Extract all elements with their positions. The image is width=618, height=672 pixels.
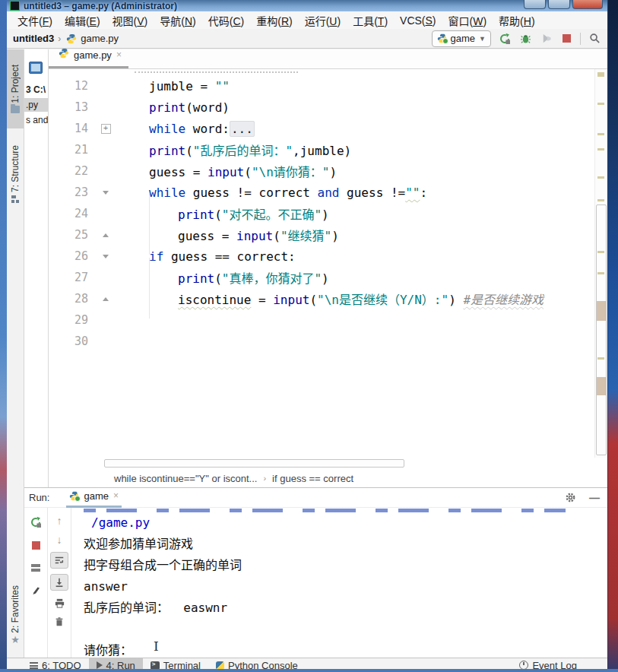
maximize-button[interactable] <box>548 0 570 9</box>
breadcrumb-file[interactable]: game.py <box>81 33 119 44</box>
stop-button[interactable] <box>559 32 573 46</box>
code-editor[interactable]: 12jumble = ""13print(word)14+while word:… <box>49 69 607 458</box>
print-icon[interactable] <box>52 596 66 610</box>
project-tree-item[interactable]: s and <box>24 113 48 127</box>
project-tree-item-selected[interactable]: .py <box>24 98 48 112</box>
line-number: 21 <box>49 143 97 157</box>
menu-item[interactable]: 导航(N) <box>154 13 201 28</box>
tool-window-button-favorites[interactable]: 2: Favorites ★ <box>7 577 24 653</box>
code-line[interactable]: 21print("乱序后的单词：",jumble) <box>49 139 607 160</box>
tool-window-button-project[interactable]: 1: Project <box>7 49 24 128</box>
code-lines: 12jumble = ""13print(word)14+while word:… <box>49 69 607 352</box>
chevron-down-icon: ▼ <box>479 35 486 43</box>
code-line[interactable]: 23while guess != correct and guess !="": <box>49 182 607 203</box>
code-line[interactable]: 30 <box>49 331 607 352</box>
run-config-name: game <box>451 33 476 44</box>
line-number: 24 <box>49 207 97 220</box>
star-icon: ★ <box>11 636 20 645</box>
run-tab-game[interactable]: game × <box>66 487 122 508</box>
horizontal-scrollbar[interactable] <box>49 458 607 469</box>
menu-item[interactable]: 运行(U) <box>299 13 347 28</box>
menu-item[interactable]: 视图(V) <box>106 13 154 28</box>
line-number: 22 <box>49 164 97 178</box>
down-stacktrace-icon[interactable]: ↓ <box>52 533 66 547</box>
search-everywhere-button[interactable] <box>588 32 601 46</box>
close-icon[interactable]: × <box>113 490 119 501</box>
line-number: 13 <box>49 100 97 114</box>
stripe-mark <box>597 301 606 321</box>
menu-item[interactable]: 编辑(E) <box>59 13 106 28</box>
project-panel-sliver[interactable]: 3 C:\ .py s and <box>24 49 49 487</box>
code-line[interactable]: 25guess = input("继续猜") <box>49 224 607 246</box>
pin-icon[interactable] <box>29 584 43 598</box>
screen: untitled3 – game.py (Administrator) 文件(F… <box>0 0 618 672</box>
rerun-button[interactable] <box>498 32 512 46</box>
menu-item[interactable]: 帮助(H) <box>493 13 540 28</box>
editor-tab-gamepy[interactable]: game.py × <box>49 46 128 68</box>
menu-item[interactable]: 工具(T) <box>347 13 394 28</box>
run-with-coverage-button[interactable] <box>539 32 553 46</box>
fold-end-icon[interactable] <box>103 233 109 237</box>
horizontal-scrollbar-thumb[interactable] <box>104 459 404 468</box>
run-icon <box>97 661 103 669</box>
fold-end-icon[interactable] <box>103 297 109 301</box>
fold-collapse-icon[interactable] <box>103 191 109 195</box>
title-bar[interactable]: untitled3 – game.py (Administrator) <box>7 0 607 11</box>
code-line[interactable]: 29 <box>49 309 607 331</box>
text-cursor-icon: I <box>154 636 159 657</box>
stop-icon[interactable] <box>29 538 43 552</box>
fold-expand-icon[interactable]: + <box>101 124 111 134</box>
console-line <box>84 619 607 640</box>
stripe-mark <box>597 272 604 274</box>
scroll-to-end-icon[interactable] <box>50 574 68 591</box>
stripe-mark <box>597 72 604 77</box>
restore-layout-icon[interactable] <box>29 561 43 575</box>
tool-window-button-structure[interactable]: 7: Structure <box>7 135 24 214</box>
breadcrumb-if[interactable]: if guess == correct <box>272 473 353 484</box>
stripe-mark <box>597 377 606 395</box>
rerun-icon[interactable] <box>29 515 43 529</box>
code-line[interactable]: 26if guess == correct: <box>49 246 607 267</box>
fold-gutter <box>97 191 114 195</box>
code-line[interactable]: 13print(word) <box>49 97 607 118</box>
code-line[interactable]: 28iscontinue = input("\n是否继续（Y/N）:") #是否… <box>49 288 607 309</box>
error-stripe[interactable] <box>594 69 607 458</box>
gear-icon[interactable] <box>563 491 577 505</box>
menu-item[interactable]: 文件(F) <box>11 13 59 28</box>
close-button[interactable] <box>572 0 603 9</box>
code-line[interactable]: 22guess = input("\n请你猜：") <box>49 160 607 182</box>
menu-item[interactable]: VCS(S) <box>394 14 442 27</box>
debug-button[interactable] <box>518 32 532 46</box>
stripe-mark <box>597 199 604 201</box>
up-stacktrace-icon[interactable]: ↑ <box>52 514 66 528</box>
menu-item[interactable]: 窗口(W) <box>442 13 493 28</box>
menu-item[interactable]: 代码(C) <box>202 13 250 28</box>
code-line[interactable]: 14+while word:... <box>49 118 607 139</box>
code-line[interactable]: 27print("真棒，你猜对了") <box>49 267 607 288</box>
breadcrumb-project[interactable]: untitled3 <box>13 33 54 44</box>
editor: game.py × 12jumble = ""13print(word)14+w… <box>49 49 607 487</box>
code-text: iscontinue = input("\n是否继续（Y/N）:") #是否继续… <box>114 290 544 308</box>
hide-panel-icon[interactable]: — <box>589 494 600 502</box>
code-text: print("乱序后的单词：",jumble) <box>114 141 351 159</box>
code-line[interactable]: 12jumble = "" <box>49 75 607 97</box>
clear-console-icon[interactable] <box>52 615 66 629</box>
console-line: 乱序后的单词： easwnr <box>84 598 607 619</box>
fold-collapse-icon[interactable] <box>103 255 109 258</box>
soft-wrap-icon[interactable] <box>50 552 68 569</box>
code-line[interactable]: 24print("对不起。不正确") <box>49 203 607 224</box>
window-controls <box>524 0 603 9</box>
vertical-scrollbar-thumb[interactable] <box>596 204 607 455</box>
line-number: 28 <box>49 292 97 306</box>
console-output-area[interactable]: /game.py欢迎参加猜单词游戏把字母组合成一个正确的单词answer乱序后的… <box>71 508 607 660</box>
minimize-button[interactable] <box>524 0 546 9</box>
close-icon[interactable]: × <box>116 49 122 60</box>
menu-item[interactable]: 重构(R) <box>250 13 298 28</box>
project-tree-item[interactable]: 3 C:\ <box>24 83 48 97</box>
code-text: while word:... <box>114 122 255 136</box>
breadcrumb-while[interactable]: while iscontinue=="Y" or iscont... <box>114 473 257 484</box>
console-line: 欢迎参加猜单词游戏 <box>84 534 607 555</box>
pycharm-window: untitled3 – game.py (Administrator) 文件(F… <box>7 0 608 670</box>
line-number: 27 <box>49 271 97 284</box>
run-configuration-select[interactable]: game ▼ <box>432 30 491 47</box>
